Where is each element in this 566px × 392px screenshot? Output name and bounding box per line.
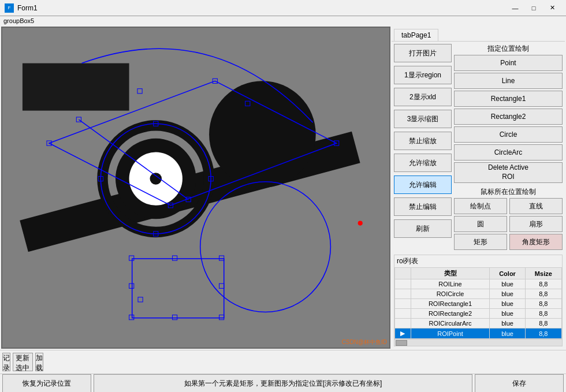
- mouse-position-section: 鼠标所在位置绘制 绘制点 直线 圆 扇形 矩形 角度矩形: [454, 187, 563, 250]
- point-button[interactable]: Point: [454, 55, 563, 71]
- row-arrow: [395, 299, 411, 309]
- bottom-row2: [46, 353, 564, 371]
- draw-point-button[interactable]: 绘制点: [454, 198, 507, 214]
- line-mouse-button[interactable]: 直线: [509, 198, 563, 214]
- bottom-bar2: 恢复为记录位置 如果第一个元素是矩形，更新图形为指定位置[演示修改已有坐标] 保…: [0, 374, 566, 392]
- table-row-selected[interactable]: ▶ ROIPoint blue 8,8: [395, 328, 562, 339]
- line-button[interactable]: Line: [454, 73, 563, 89]
- roi-msize: 8,8: [525, 319, 561, 328]
- update-shape-button[interactable]: 如果第一个元素是矩形，更新图形为指定位置[演示修改已有坐标]: [94, 374, 472, 392]
- roi-type-header: 类型: [411, 268, 490, 279]
- roi-type: ROIPoint: [411, 328, 490, 339]
- allow-edit-button[interactable]: 允许编辑: [394, 176, 452, 194]
- window-title: Form1: [17, 4, 38, 12]
- row-arrow: [395, 319, 411, 328]
- roi-msize: 8,8: [525, 309, 561, 319]
- roi-msize: 8,8: [525, 328, 561, 339]
- right-content: 打开图片 1显示region 2显示xld 3显示缩图 禁止缩放 允许缩放 允许…: [392, 42, 565, 252]
- roi-label: roi列表: [394, 255, 562, 267]
- roi-color: blue: [490, 328, 525, 339]
- roi-arrow-col-header: [395, 268, 411, 279]
- rectangle-mouse-button[interactable]: 矩形: [454, 234, 507, 250]
- load-button[interactable]: 加载: [35, 353, 43, 371]
- disable-zoom-button[interactable]: 禁止缩放: [394, 132, 452, 150]
- canvas-svg: [2, 28, 389, 348]
- groupbox-label: groupBox5: [0, 16, 566, 25]
- roi-color-header: Color: [490, 268, 525, 279]
- roi-msize: 8,8: [525, 279, 561, 289]
- title-bar-controls: — □ ✕: [506, 2, 561, 14]
- delete-roi-button[interactable]: Delete ActiveROI: [454, 162, 563, 183]
- circle-mouse-button[interactable]: 圆: [454, 216, 507, 232]
- roi-type: ROICircularArc: [411, 319, 490, 328]
- row-arrow: [395, 279, 411, 289]
- controls-column: 指定位置绘制 Point Line Rectangle1 Rectangle2 …: [454, 44, 563, 250]
- canvas-container[interactable]: CSDN@杯中鱼ID: [1, 27, 390, 349]
- specified-position-label: 指定位置绘制: [454, 44, 563, 54]
- table-scrollbar[interactable]: [394, 339, 562, 346]
- allow-zoom-button[interactable]: 允许缩放: [394, 154, 452, 172]
- roi-color: blue: [490, 309, 525, 319]
- tab-bar: tabPage1: [392, 27, 565, 42]
- roi-color: blue: [490, 279, 525, 289]
- roi-color: blue: [490, 299, 525, 309]
- specified-position-section: 指定位置绘制 Point Line Rectangle1 Rectangle2 …: [454, 44, 563, 185]
- circle-arc-button[interactable]: CircleArc: [454, 144, 563, 160]
- restore-record-button[interactable]: 恢复为记录位置: [2, 374, 91, 392]
- save-button[interactable]: 保存: [475, 374, 564, 392]
- table-row[interactable]: ROIRectangle1 blue 8,8: [395, 299, 562, 309]
- table-row[interactable]: ROIRectangle2 blue 8,8: [395, 309, 562, 319]
- table-row[interactable]: ROILine blue 8,8: [395, 279, 562, 289]
- title-bar-left: F Form1: [5, 3, 38, 13]
- roi-type: ROILine: [411, 279, 490, 289]
- show-thumbnail-button[interactable]: 3显示缩图: [394, 110, 452, 128]
- svg-rect-1: [23, 64, 129, 111]
- refresh-button[interactable]: 刷新: [394, 219, 452, 238]
- right-panel: tabPage1 打开图片 1显示region 2显示xld 3显示缩图 禁止缩…: [392, 27, 565, 349]
- mouse-row2: 圆 扇形: [454, 216, 563, 232]
- angle-rect-button[interactable]: 角度矩形: [509, 234, 563, 250]
- mouse-row3: 矩形 角度矩形: [454, 234, 563, 250]
- roi-section: roi列表 类型 Color Msize ROILine: [394, 255, 563, 346]
- maximize-button[interactable]: □: [524, 2, 543, 14]
- roi-msize-header: Msize: [525, 268, 561, 279]
- table-row[interactable]: ROICircle blue 8,8: [395, 289, 562, 299]
- roi-msize: 8,8: [525, 289, 561, 299]
- bottom-bar: 记录缩放位置 更新选中方框尺寸为4,4(第一个元素) 加载: [0, 350, 566, 374]
- row-arrow: [395, 289, 411, 299]
- mouse-position-label: 鼠标所在位置绘制: [454, 187, 563, 197]
- update-select-button[interactable]: 更新选中方框尺寸为4,4(第一个元素): [13, 353, 33, 371]
- svg-point-3: [209, 81, 316, 188]
- show-region-button[interactable]: 1显示region: [394, 66, 452, 84]
- rectangle1-button[interactable]: Rectangle1: [454, 91, 563, 107]
- roi-msize: 8,8: [525, 299, 561, 309]
- table-row[interactable]: ROICircularArc blue 8,8: [395, 319, 562, 328]
- roi-type: ROICircle: [411, 289, 490, 299]
- roi-type: ROIRectangle1: [411, 299, 490, 309]
- roi-table: 类型 Color Msize ROILine blue 8,8: [394, 267, 562, 339]
- roi-color: blue: [490, 319, 525, 328]
- svg-point-33: [358, 221, 363, 225]
- scroll-thumb: [396, 340, 407, 346]
- roi-type: ROIRectangle2: [411, 309, 490, 319]
- roi-color: blue: [490, 289, 525, 299]
- title-bar: F Form1 — □ ✕: [0, 0, 566, 16]
- show-xld-button[interactable]: 2显示xld: [394, 88, 452, 106]
- watermark: CSDN@杯中鱼ID: [342, 338, 388, 346]
- mouse-row1: 绘制点 直线: [454, 198, 563, 214]
- circle-button[interactable]: Circle: [454, 126, 563, 143]
- content-area: CSDN@杯中鱼ID tabPage1 打开图片 1显示region 2显示xl…: [0, 25, 566, 350]
- sector-button[interactable]: 扇形: [509, 216, 563, 232]
- row-arrow: [395, 309, 411, 319]
- main-container: groupBox5: [0, 16, 566, 392]
- record-zoom-button[interactable]: 记录缩放位置: [2, 353, 10, 371]
- app-icon: F: [5, 3, 14, 13]
- close-button[interactable]: ✕: [543, 2, 561, 14]
- main-btn-column: 打开图片 1显示region 2显示xld 3显示缩图 禁止缩放 允许缩放 允许…: [394, 44, 452, 250]
- disable-edit-button[interactable]: 禁止编辑: [394, 197, 452, 216]
- open-image-button[interactable]: 打开图片: [394, 44, 452, 62]
- tab-page1[interactable]: tabPage1: [394, 29, 438, 41]
- row-arrow: ▶: [395, 328, 411, 339]
- minimize-button[interactable]: —: [506, 2, 524, 14]
- rectangle2-button[interactable]: Rectangle2: [454, 109, 563, 125]
